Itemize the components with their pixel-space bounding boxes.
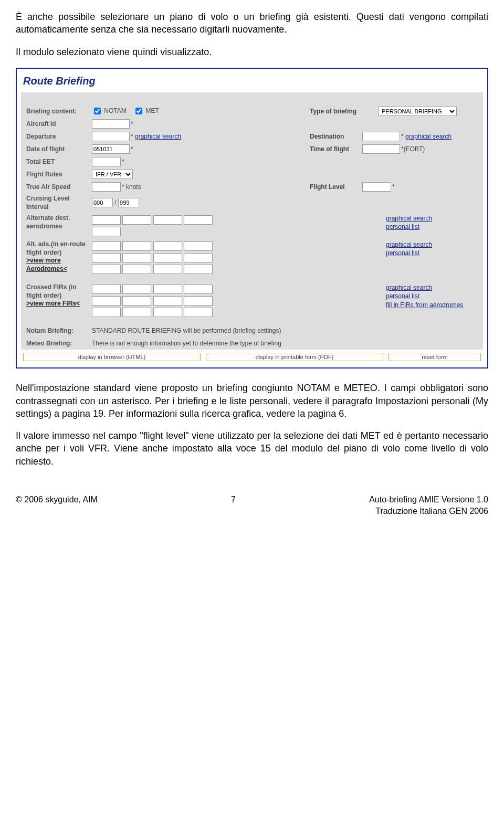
paragraph-explain-1: Nell'impostazione standard viene propost… [16,382,488,420]
footer-right-1: Auto-briefing AMIE Versione 1.0 [369,494,488,506]
input-alt-dest-1[interactable] [92,215,121,225]
label-time-of-flight: Time of flight [310,145,362,153]
input-cli-to[interactable] [118,198,139,207]
input-enroute-4[interactable] [184,241,213,251]
input-fir-7[interactable] [153,296,182,306]
link-fill-firs[interactable]: fill in FIRs from aerodromes [386,301,483,309]
label-date-of-flight: Date of flight [21,145,92,153]
label-briefing-content: Briefing content: [21,107,92,115]
input-enroute-1[interactable] [92,241,121,251]
route-briefing-form: Route Briefing Briefing content: NOTAM M… [16,68,488,369]
input-enroute-8[interactable] [184,253,213,262]
input-fir-6[interactable] [122,296,151,306]
input-aircraft-id[interactable] [92,119,130,129]
input-alt-dest-4[interactable] [184,215,213,225]
label-destination: Destination [310,132,362,141]
input-flight-level[interactable] [362,182,391,192]
button-display-html[interactable]: display in browser (HTML) [23,353,201,361]
label-type-of-briefing: Type of briefing [310,107,378,115]
link-firs-personal-list[interactable]: personal list [386,292,483,300]
intro-paragraph-2: Il modulo selezionato viene quindi visua… [16,46,488,58]
input-enroute-11[interactable] [153,265,182,274]
paragraph-explain-2: Il valore immesso nel campo "flight leve… [16,429,488,468]
input-enroute-12[interactable] [184,265,213,274]
link-departure-graphical-search[interactable]: graphical search [135,133,181,140]
select-flight-rules[interactable]: IFR / VFR [92,170,133,179]
label-cruising-level: Cruising Level Interval [21,194,92,211]
input-enroute-10[interactable] [122,265,151,274]
input-fir-8[interactable] [184,296,213,306]
button-reset-form[interactable]: reset form [388,353,481,361]
label-crossed-firs: Crossed FIRs (in flight order) [26,283,76,299]
input-enroute-7[interactable] [153,253,182,262]
label-aircraft-id: Aircraft Id [21,120,92,128]
link-altdest-graphical-search[interactable]: graphical search [386,214,483,223]
input-fir-10[interactable] [122,308,151,317]
label-flight-level: Flight Level [310,183,362,191]
footer-right-2: Traduzione Italiana GEN 2006 [369,506,488,517]
input-enroute-9[interactable] [92,265,121,274]
input-total-eet[interactable] [92,157,121,166]
input-fir-4[interactable] [184,285,213,294]
label-eobt: *(EOBT) [401,145,425,153]
input-destination[interactable] [362,132,400,141]
label-knots: * knots [122,183,141,191]
label-met: MET [145,107,159,114]
input-fir-5[interactable] [92,296,121,306]
select-type-of-briefing[interactable]: PERSONAL BRIEFING [378,107,457,116]
input-enroute-5[interactable] [92,253,121,262]
label-tas: True Air Speed [21,183,92,191]
input-fir-9[interactable] [92,308,121,317]
button-display-pdf[interactable]: display in printable form (PDF) [206,353,383,361]
footer-left: © 2006 skyguide, AIM [16,494,98,517]
label-alt-dest: Alternate dest. aerodromes [21,214,92,230]
input-fir-2[interactable] [122,285,151,294]
input-time-of-flight[interactable] [362,144,400,154]
label-alt-ads: Alt. ads.(in en-route flight order) [26,240,86,256]
label-notam-briefing: Notam Briefing: [21,327,92,335]
link-destination-graphical-search[interactable]: graphical search [405,133,452,140]
link-altdest-personal-list[interactable]: personal list [386,223,483,231]
checkbox-met[interactable] [135,108,142,114]
input-fir-11[interactable] [153,308,182,317]
form-title: Route Briefing [21,73,483,92]
label-flight-rules: Flight Rules [21,170,92,178]
cli-slash: / [114,199,116,206]
label-departure: Departure [21,132,92,141]
input-cli-from[interactable] [92,198,113,207]
label-notam: NOTAM [104,107,126,114]
page-footer: © 2006 skyguide, AIM 7 Auto-briefing AMI… [16,494,488,517]
intro-paragraph-1: È anche possibile selezionare un piano d… [16,10,488,36]
input-alt-dest-3[interactable] [153,215,182,225]
input-enroute-6[interactable] [122,253,151,262]
text-meteo-msg: There is not enough information yet to d… [92,339,281,348]
footer-page-number: 7 [231,494,236,517]
input-fir-12[interactable] [184,308,213,317]
link-view-more-firs[interactable]: >view more FIRs< [26,300,80,307]
label-total-eet: Total EET [21,157,92,166]
label-meteo-briefing: Meteo Briefing: [21,339,92,348]
text-notam-msg: STANDARD ROUTE BRIEFING will be performe… [92,327,281,335]
link-view-more-aerodromes[interactable]: >view more Aerodromes< [26,257,67,272]
input-enroute-2[interactable] [122,241,151,251]
checkbox-notam[interactable] [94,108,101,114]
link-firs-graphical-search[interactable]: graphical search [386,283,483,292]
input-alt-dest-2[interactable] [122,215,151,225]
input-fir-3[interactable] [153,285,182,294]
input-tas[interactable] [92,182,121,192]
input-date-of-flight[interactable] [92,144,130,154]
link-enroute-personal-list[interactable]: personal list [386,249,483,257]
input-departure[interactable] [92,132,130,141]
input-enroute-3[interactable] [153,241,182,251]
input-fir-1[interactable] [92,285,121,294]
link-enroute-graphical-search[interactable]: graphical search [386,240,483,249]
input-alt-dest-5[interactable] [92,227,121,236]
